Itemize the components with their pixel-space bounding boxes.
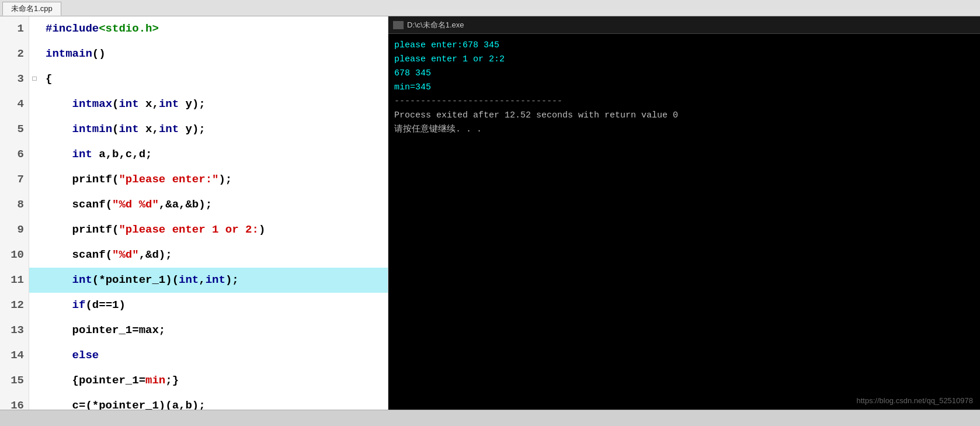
code-line: 12 if(d==1) (0, 293, 388, 318)
code-line: 5 int min(int x,int y); (0, 117, 388, 142)
code-line: 13 pointer_1=max; (0, 318, 388, 343)
fold-icon (29, 167, 40, 192)
code-line: 8 scanf("%d %d",&a,&b); (0, 192, 388, 217)
code-line: 6 int a,b,c,d; (0, 142, 388, 167)
code-content: scanf("%d",&d); (40, 243, 388, 268)
fold-icon (29, 268, 40, 293)
terminal-line: 请按任意键继续. . . (394, 123, 974, 137)
fold-icon (29, 192, 40, 217)
line-number: 5 (0, 117, 29, 142)
line-number: 13 (0, 318, 29, 343)
line-number: 16 (0, 393, 29, 410)
code-line: 1#include<stdio.h> (0, 16, 388, 41)
code-line: 2int main() (0, 41, 388, 67)
code-content: printf("please enter:"); (40, 167, 388, 192)
terminal-title: D:\c\未命名1.exe (407, 20, 464, 30)
code-content: pointer_1=max; (40, 318, 388, 343)
fold-icon (29, 142, 40, 167)
code-content: c=(*pointer_1)(a,b); (40, 393, 388, 410)
code-pane: 1#include<stdio.h>2int main()3□{4 int ma… (0, 16, 388, 410)
editor-tab[interactable]: 未命名1.cpp (2, 2, 61, 16)
line-number: 11 (0, 268, 29, 293)
terminal-line: Process exited after 12.52 seconds with … (394, 109, 974, 123)
fold-icon: □ (29, 67, 40, 92)
code-line: 3□{ (0, 67, 388, 92)
fold-icon (29, 16, 40, 41)
line-number: 15 (0, 368, 29, 393)
fold-icon (29, 368, 40, 393)
fold-icon (29, 217, 40, 243)
line-number: 2 (0, 41, 29, 67)
terminal-pane: D:\c\未命名1.exe please enter:678 345please… (388, 16, 980, 410)
watermark: https://blog.csdn.net/qq_52510978 (857, 396, 974, 405)
code-line: 11 int(*pointer_1)(int,int); (0, 268, 388, 293)
terminal-line: min=345 (394, 81, 974, 95)
code-line: 9 printf("please enter 1 or 2:) (0, 217, 388, 243)
code-content: int a,b,c,d; (40, 142, 388, 167)
code-content: int max(int x,int y); (40, 92, 388, 117)
fold-icon (29, 293, 40, 318)
code-content: {pointer_1=min;} (40, 368, 388, 393)
main-content: 1#include<stdio.h>2int main()3□{4 int ma… (0, 16, 980, 410)
code-content: if(d==1) (40, 293, 388, 318)
code-line: 7 printf("please enter:"); (0, 167, 388, 192)
code-line: 15 {pointer_1=min;} (0, 368, 388, 393)
terminal-body[interactable]: please enter:678 345please enter 1 or 2:… (388, 34, 980, 410)
terminal-line: please enter 1 or 2:2 (394, 53, 974, 67)
terminal-line: 678 345 (394, 67, 974, 81)
terminal-icon (393, 21, 404, 29)
terminal-titlebar: D:\c\未命名1.exe (388, 16, 980, 34)
line-number: 10 (0, 243, 29, 268)
code-content: int min(int x,int y); (40, 117, 388, 142)
status-bar (0, 410, 980, 426)
line-number: 7 (0, 167, 29, 192)
terminal-line: -------------------------------- (394, 95, 974, 109)
fold-icon (29, 92, 40, 117)
terminal-line: please enter:678 345 (394, 39, 974, 53)
code-line: 16 c=(*pointer_1)(a,b); (0, 393, 388, 410)
fold-icon (29, 41, 40, 67)
line-number: 3 (0, 67, 29, 92)
line-number: 8 (0, 192, 29, 217)
line-number: 14 (0, 343, 29, 368)
line-number: 9 (0, 217, 29, 243)
line-number: 1 (0, 16, 29, 41)
fold-icon (29, 343, 40, 368)
code-content: int(*pointer_1)(int,int); (40, 268, 388, 293)
fold-icon (29, 393, 40, 410)
code-content: else (40, 343, 388, 368)
fold-icon (29, 318, 40, 343)
code-area[interactable]: 1#include<stdio.h>2int main()3□{4 int ma… (0, 16, 388, 410)
line-number: 12 (0, 293, 29, 318)
tab-label: 未命名1.cpp (11, 4, 53, 14)
code-line: 10 scanf("%d",&d); (0, 243, 388, 268)
code-line: 4 int max(int x,int y); (0, 92, 388, 117)
line-number: 6 (0, 142, 29, 167)
line-number: 4 (0, 92, 29, 117)
tab-bar: 未命名1.cpp (0, 0, 980, 16)
fold-icon (29, 243, 40, 268)
fold-icon (29, 117, 40, 142)
code-line: 14 else (0, 343, 388, 368)
code-content: #include<stdio.h> (40, 16, 388, 41)
code-content: printf("please enter 1 or 2:) (40, 217, 388, 243)
code-content: { (40, 67, 388, 92)
code-content: scanf("%d %d",&a,&b); (40, 192, 388, 217)
code-content: int main() (40, 41, 388, 67)
